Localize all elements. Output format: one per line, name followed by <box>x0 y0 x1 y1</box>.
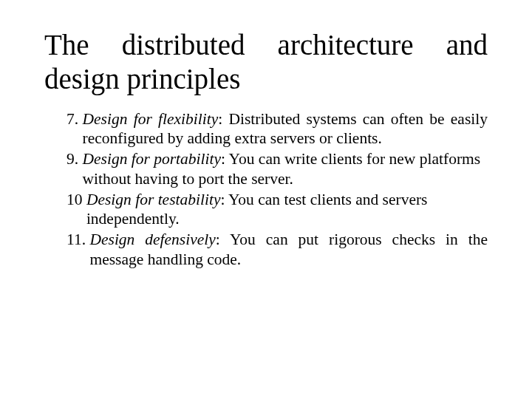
item-label: Design for portability <box>83 150 222 168</box>
principles-list: 7. Design for flexibility: Distributed s… <box>66 109 488 269</box>
list-item: 9. Design for portability: You can write… <box>66 149 488 188</box>
item-text: Design defensively: You can put rigorous… <box>89 230 488 268</box>
item-sep: : <box>218 110 228 128</box>
item-text: Design for portability: You can write cl… <box>83 149 488 188</box>
item-sep: : <box>216 231 230 248</box>
item-label: Design defensively <box>89 231 215 248</box>
list-item: 11. Design defensively: You can put rigo… <box>66 230 488 268</box>
slide-title: The distributed architecture and design … <box>44 28 488 96</box>
item-number: 10 <box>66 190 86 228</box>
list-item: 7. Design for flexibility: Distributed s… <box>66 109 488 148</box>
item-number: 9. <box>66 149 83 188</box>
slide: The distributed architecture and design … <box>0 0 532 399</box>
item-label: Design for testability <box>86 191 221 208</box>
item-label: Design for flexibility <box>83 110 219 128</box>
item-number: 7. <box>66 109 83 148</box>
item-text: Design for flexibility: Distributed syst… <box>83 109 488 148</box>
item-number: 11. <box>66 230 89 268</box>
list-item: 10 Design for testability: You can test … <box>66 190 488 228</box>
item-text: Design for testability: You can test cli… <box>86 190 488 228</box>
item-sep: : <box>220 191 228 208</box>
item-sep: : <box>221 150 229 168</box>
